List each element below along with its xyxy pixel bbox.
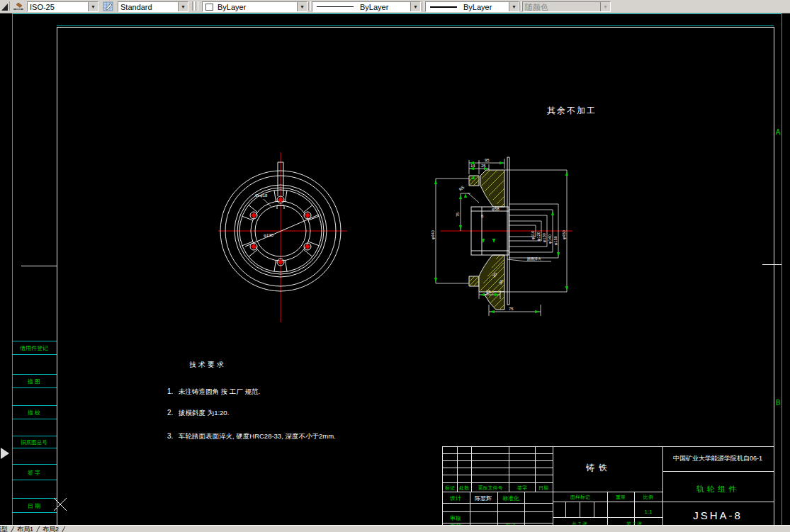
side-strip-row-label: 签 字 (28, 470, 40, 476)
bore-diameter-label: φ130 (264, 233, 274, 237)
layout-tabs-bar: 模型 布局1 布局2 (0, 525, 790, 532)
tech-item-number: 1. (167, 387, 173, 395)
toolbar-separator (192, 1, 195, 11)
svg-text:更改文件号: 更改文件号 (478, 485, 503, 491)
autocad-window: ISO-25 ▼ Standard ▼ ByLayer ▼ ByLayer ▼ (0, 0, 790, 532)
svg-text:φ440: φ440 (431, 230, 435, 239)
svg-text:14: 14 (470, 164, 475, 168)
side-strip-row-label: 借用件登记 (20, 345, 48, 351)
toolbar-separator (196, 1, 198, 11)
svg-text:φ130: φ130 (542, 233, 546, 242)
svg-text:1:1: 1:1 (644, 509, 653, 515)
svg-text:25: 25 (481, 164, 486, 168)
toolbar-separator (308, 1, 311, 11)
linetype-control-combo[interactable]: ByLayer ▼ (312, 1, 421, 12)
hole-count-label: 6×φ18 (255, 193, 268, 198)
chevron-down-icon[interactable]: ▼ (410, 2, 420, 11)
part-name: 轨轮组件 (696, 485, 739, 493)
svg-text:签字: 签字 (517, 485, 527, 490)
object-properties-toolbar: ISO-25 ▼ Standard ▼ ByLayer ▼ ByLayer ▼ (0, 0, 790, 13)
partial-flyout-button[interactable] (0, 1, 10, 13)
tab-separator (62, 526, 66, 532)
dim-style-value: ISO-25 (28, 3, 55, 11)
svg-text:标记: 标记 (444, 485, 455, 491)
zone-b-label: B (776, 399, 781, 407)
tech-item-text: 未注铸造圆角 按 工厂 规范. (179, 387, 260, 395)
svg-text:φ110: φ110 (531, 231, 535, 239)
tab-layout2[interactable]: 布局2 (41, 526, 60, 532)
side-strip-row-label: 日 期 (28, 503, 40, 509)
color-value: ByLayer (215, 3, 246, 11)
dim-style-combo[interactable]: ISO-25 ▼ (27, 1, 98, 12)
text-style-combo[interactable]: Standard ▼ (118, 1, 188, 12)
chevron-down-icon[interactable]: ▼ (88, 2, 98, 11)
linetype-value: ByLayer (358, 3, 388, 11)
chevron-down-icon[interactable]: ▼ (297, 2, 307, 11)
svg-text:图样标记: 图样标记 (570, 494, 590, 500)
chevron-down-icon[interactable]: ▼ (178, 2, 188, 11)
material-label: 铸铁 (585, 463, 611, 472)
drawing-number: JSHA-8 (693, 509, 743, 521)
plot-style-value: 随颜色 (523, 3, 548, 11)
svg-text:75: 75 (509, 307, 514, 311)
layout-tabs: 模型 布局1 布局2 (0, 526, 67, 532)
plot-style-combo: 随颜色 ▼ (522, 1, 611, 12)
color-swatch (205, 4, 213, 11)
svg-text:φ58: φ58 (492, 207, 500, 211)
lineweight-value: ByLayer (461, 3, 492, 11)
canvas-background (0, 13, 790, 525)
zone-a-label: A (776, 128, 781, 136)
color-control-combo[interactable]: ByLayer ▼ (202, 1, 307, 12)
svg-text:φ150: φ150 (553, 236, 558, 245)
tech-requirements-title: 技术要求 (189, 361, 226, 368)
svg-text:φ450: φ450 (562, 230, 566, 239)
tech-item-text: 拔模斜度 为1:20. (178, 409, 229, 417)
flyout-wedge-icon (1, 4, 8, 11)
dim-style-button[interactable] (11, 1, 27, 13)
svg-text:φ120: φ120 (536, 232, 541, 241)
lineweight-glyph (430, 6, 457, 8)
toolbar-separator (422, 1, 424, 11)
svg-text:审核: 审核 (450, 515, 461, 521)
tab-separator (36, 526, 40, 532)
school-name: 中国矿业大学能源学院机自06-1 (673, 455, 762, 462)
tab-layout1[interactable]: 布局1 (16, 526, 35, 532)
drawing-canvas[interactable]: A B 借用件登记 描 图 描 校 旧底图总号 签 字 日 期 (0, 0, 790, 532)
tab-separator (11, 526, 15, 532)
surface-finish-note: 其余不加工 (547, 106, 597, 115)
quench-note: 踏面淬火 (527, 256, 541, 261)
tech-item-number: 3. (167, 432, 173, 440)
side-strip-row-label: 描 图 (28, 378, 40, 385)
tab-model[interactable]: 模型 (0, 526, 9, 532)
svg-text:25: 25 (486, 290, 491, 294)
svg-text:设计: 设计 (450, 495, 461, 502)
linetype-glyph (317, 6, 354, 7)
svg-text:比例: 比例 (643, 494, 653, 500)
tech-item-number: 2. (167, 409, 173, 417)
text-style-icon (103, 1, 114, 12)
svg-text:重量: 重量 (616, 494, 626, 499)
svg-text:标准化: 标准化 (502, 495, 519, 502)
designer-name: 陈翌辉 (475, 495, 492, 502)
text-style-value: Standard (118, 3, 152, 11)
svg-text:φ140: φ140 (548, 234, 552, 244)
svg-text:95: 95 (485, 158, 490, 162)
tech-item-text: 车轮踏面表面淬火, 硬度HRC28-33, 深度不小于2mm. (179, 432, 336, 440)
svg-text:日期: 日期 (538, 485, 548, 491)
chevron-down-icon: ▼ (600, 2, 610, 11)
side-strip-row-label: 描 校 (28, 409, 40, 416)
text-style-button[interactable] (102, 1, 118, 13)
svg-text:处数: 处数 (459, 485, 470, 491)
chevron-down-icon[interactable]: ▼ (509, 2, 519, 11)
lineweight-control-combo[interactable]: ByLayer ▼ (425, 1, 519, 12)
dim-style-icon (12, 1, 25, 12)
side-strip-row-label: 旧底图总号 (21, 439, 47, 446)
svg-text:75: 75 (456, 213, 460, 217)
